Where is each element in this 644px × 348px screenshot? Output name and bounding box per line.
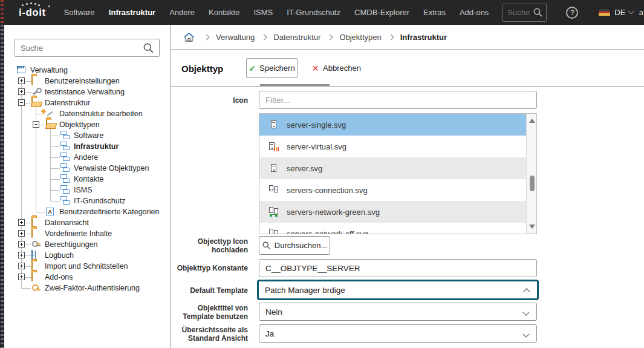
breadcrumb-objekttypen[interactable]: Objekttypen — [339, 33, 381, 42]
icon-option-label: server.svg — [287, 164, 322, 173]
tree-item-add-ons[interactable]: Add-ons — [4, 272, 171, 283]
tree-item-label: Vordefinierte Inhalte — [45, 229, 112, 238]
tree-item-datenstruktur-bearbeiten[interactable]: Datenstruktur bearbeiten — [4, 108, 171, 119]
icon-option-servers-network-green[interactable]: servers-network-green.svg — [259, 201, 536, 223]
tree-item-label: Berechtigungen — [45, 240, 98, 249]
icon-option-server-single[interactable]: server-single.svg — [259, 114, 536, 136]
icon-option-servers-network-off[interactable]: servers-network-off.svg — [259, 223, 536, 234]
chevron-down-icon — [522, 309, 529, 315]
scrollbar-thumb[interactable] — [530, 176, 535, 191]
icon-option-label: server-single.svg — [287, 120, 346, 130]
tree-item-berechtigungen[interactable]: Berechtigungen — [4, 239, 171, 250]
constant-input[interactable] — [259, 259, 537, 277]
tree-item-verwaiste-objekttypen[interactable]: Verwaiste Objekttypen — [4, 163, 171, 174]
scroll-up-icon[interactable] — [529, 119, 535, 123]
nav-item-extras[interactable]: Extras — [423, 8, 446, 17]
nav-item-infrastruktur[interactable]: Infrastruktur — [109, 8, 155, 17]
expand-plus-icon[interactable] — [18, 274, 25, 280]
icon-option-label: servers-connection.svg — [287, 186, 368, 195]
tree-item-label: ISMS — [74, 186, 93, 194]
tree-item-objekttypen[interactable]: Objekttypen — [4, 119, 171, 130]
expand-plus-icon[interactable] — [18, 241, 25, 248]
language-selector[interactable]: DE — [598, 8, 633, 17]
tree-connector — [25, 81, 31, 82]
home-icon[interactable] — [183, 32, 195, 42]
user-menu-partial[interactable]: a — [639, 8, 643, 17]
tree-item-kontakte[interactable]: Kontakte — [4, 174, 171, 185]
server-virtual-icon — [269, 142, 279, 151]
tree-item-benutzerdefinierte-kategorien[interactable]: Benutzerdefinierte Kategorien — [4, 206, 171, 217]
nav-item-andere[interactable]: Andere — [169, 8, 195, 17]
cancel-button[interactable]: × Abbrechen — [312, 58, 361, 78]
default-template-select[interactable]: Patch Manager brdige — [257, 280, 539, 300]
search-icon — [143, 42, 154, 54]
expand-plus-icon[interactable] — [18, 263, 25, 269]
breadcrumb-datenstruktur[interactable]: Datenstruktur — [273, 33, 320, 42]
icon-option-server-virtual[interactable]: server-virtual.svg — [259, 136, 536, 157]
title-from-template-value: Nein — [265, 307, 282, 317]
main-menu: Software Infrastruktur Andere Kontakte I… — [64, 8, 489, 17]
global-search-input[interactable] — [507, 8, 533, 17]
expand-plus-icon[interactable] — [18, 252, 25, 258]
collapse-minus-icon[interactable] — [33, 121, 39, 128]
icon-option-server[interactable]: server.svg — [259, 157, 536, 179]
admin-tree: Verwaltung Benutzereinstellungen testins… — [4, 65, 171, 343]
tree-item-verwaltung[interactable]: Verwaltung — [4, 65, 171, 76]
servers-network-green-icon — [269, 207, 279, 217]
sidebar-search-box[interactable] — [15, 39, 160, 57]
sidebar-search-input[interactable] — [21, 44, 129, 53]
expand-plus-icon[interactable] — [18, 230, 25, 237]
browse-button-label: Durchsuchen... — [275, 241, 327, 250]
tree-item-vordefinierte-inhalte[interactable]: Vordefinierte Inhalte — [4, 228, 171, 239]
tree-item-infrastruktur[interactable]: Infrastruktur — [4, 141, 171, 152]
idoit-logo[interactable]: i-doit — [19, 7, 46, 19]
tree-item-benutzereinstellungen[interactable]: Benutzereinstellungen — [4, 76, 171, 87]
breadcrumb-verwaltung[interactable]: Verwaltung — [216, 33, 255, 42]
nav-item-add-ons[interactable]: Add-ons — [460, 8, 489, 17]
tree-item-label: testinstance Verwaltung — [45, 88, 125, 96]
window-edge-strip — [0, 0, 4, 348]
collapse-minus-icon[interactable] — [18, 99, 25, 106]
overview-default-label: Übersichtsseite als Standard Ansicht — [171, 326, 248, 343]
nav-item-cmdb-explorer[interactable]: CMDB-Explorer — [354, 8, 409, 17]
global-search-box[interactable] — [503, 4, 547, 22]
tree-connector — [39, 125, 46, 125]
chevron-right-icon — [204, 34, 210, 40]
tree-item-import-und-schnittstellen[interactable]: Import und Schnittstellen — [4, 261, 171, 272]
icon-option-servers-connection[interactable]: servers-connection.svg — [259, 179, 536, 201]
nav-item-isms[interactable]: ISMS — [253, 8, 273, 17]
tree-item-label: Datenansicht — [45, 218, 89, 227]
nav-item-it-grundschutz[interactable]: IT-Grundschutz — [287, 8, 340, 17]
nav-item-software[interactable]: Software — [64, 8, 95, 17]
tree-item-software[interactable]: Software — [4, 130, 171, 141]
tree-item-andere[interactable]: Andere — [4, 152, 171, 163]
browse-button[interactable]: Durchsuchen... — [259, 236, 330, 255]
scroll-down-icon[interactable] — [529, 225, 535, 229]
title-from-template-select[interactable]: Nein — [259, 303, 537, 321]
tree-item-datenansicht[interactable]: Datenansicht — [4, 217, 171, 228]
expand-plus-icon[interactable] — [18, 219, 25, 226]
tree-item-logbuch[interactable]: Logbuch — [4, 250, 171, 261]
icon-filter-input[interactable] — [259, 91, 537, 109]
tree-item-label: Verwaltung — [30, 66, 68, 74]
tree-item-label: Add-ons — [45, 273, 73, 281]
chevron-right-icon — [261, 34, 267, 40]
tree-item-testinstance-verwaltung[interactable]: testinstance Verwaltung — [4, 87, 171, 97]
tree-item-zwei-faktor-authentisierung[interactable]: Zwei-Faktor-Authentisierung — [4, 283, 171, 294]
tree-item-datenstruktur[interactable]: Datenstruktur — [4, 97, 171, 108]
icon-list-scrollbar[interactable] — [526, 114, 536, 234]
tree-item-it-grundschutz[interactable]: IT-Grundschutz — [4, 195, 171, 206]
icon-field-label: Icon — [171, 96, 248, 105]
tree-item-isms[interactable]: ISMS — [4, 185, 171, 195]
nav-item-kontakte[interactable]: Kontakte — [209, 8, 239, 17]
overview-default-select[interactable]: Ja — [259, 324, 537, 343]
help-icon[interactable]: ? — [566, 7, 578, 19]
folder-open-icon — [31, 97, 33, 107]
icon-option-list: server-single.svg server-virtual.svg ser… — [259, 113, 537, 234]
save-button[interactable]: ✓ Speichern — [246, 58, 298, 78]
tree-connector — [25, 103, 31, 103]
expand-plus-icon[interactable] — [18, 77, 25, 84]
expand-plus-icon[interactable] — [18, 88, 25, 95]
flag-de-icon — [598, 8, 611, 16]
folder-icon — [31, 261, 33, 271]
